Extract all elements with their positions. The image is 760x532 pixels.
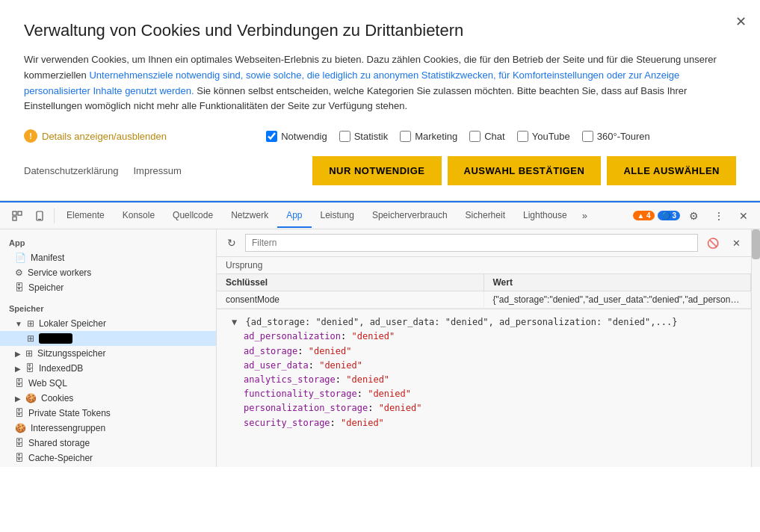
checkbox-marketing-input[interactable]	[400, 131, 411, 142]
sidebar-item-sitzungsspeicher[interactable]: ▶ ⊞ Sitzungsspeicher	[0, 346, 216, 361]
sidebar-sitzungsspeicher-label: Sitzungsspeicher	[37, 348, 105, 359]
error-badge: ▲ 4	[633, 211, 654, 220]
scrollbar-right[interactable]	[751, 229, 760, 467]
impressum-link[interactable]: Impressum	[133, 165, 181, 176]
button-group: NUR NOTWENDIGE AUSWAHL BESTÄTIGEN ALLE A…	[312, 156, 736, 185]
devtools-panel: Elemente Konsole Quellcode Netzwerk App …	[0, 201, 760, 467]
filter-bar: ↻ 🚫 ✕	[217, 229, 751, 257]
table-cell-value: {"ad_storage":"denied","ad_user_data":"d…	[484, 291, 752, 308]
close-button[interactable]: ✕	[735, 13, 747, 30]
device-toolbar-icon[interactable]	[28, 206, 51, 226]
sidebar-shared-storage-label: Shared storage	[28, 438, 90, 448]
sidebar-item-interessengruppen[interactable]: 🍪 Interessengruppen	[0, 421, 216, 436]
link-unternehmensziele[interactable]: Unternehmensziele notwendig sind, sowie …	[24, 69, 679, 96]
json-collapsed-text: {ad_storage: "denied", ad_user_data: "de…	[245, 317, 677, 327]
filter-input[interactable]	[245, 234, 698, 252]
table-row[interactable]: consentMode {"ad_storage":"denied","ad_u…	[217, 291, 751, 309]
speicher-section-label: Speicher	[0, 301, 216, 316]
checkbox-marketing-label: Marketing	[415, 131, 457, 142]
sidebar-lokaler-sub-label: hidden	[39, 333, 72, 344]
more-tabs-button[interactable]: »	[576, 205, 593, 226]
checkbox-chat[interactable]: Chat	[469, 131, 504, 142]
checkbox-chat-input[interactable]	[469, 131, 481, 142]
sidebar-item-lokaler-speicher-expand[interactable]: ▼ ⊞ Lokaler Speicher	[0, 316, 216, 331]
inspect-element-icon[interactable]	[6, 206, 28, 226]
sidebar-item-cookies[interactable]: ▶ 🍪 Cookies	[0, 391, 216, 406]
json-entry-analytics-storage: analytics_storage: "denied"	[226, 373, 742, 387]
sidebar-lokaler-speicher-label: Lokaler Speicher	[39, 318, 106, 329]
settings-icon[interactable]: ⚙	[683, 205, 705, 226]
sitzungsspeicher-icon: ⊞	[25, 348, 33, 359]
tab-sicherheit[interactable]: Sicherheit	[457, 204, 514, 228]
json-collapsed-line[interactable]: ▼ {ad_storage: "denied", ad_user_data: "…	[226, 315, 742, 330]
json-entry-functionality-storage: functionality_storage: "denied"	[226, 387, 742, 401]
auswahl-bestatigen-button[interactable]: AUSWAHL BESTÄTIGEN	[448, 156, 602, 185]
cookie-options-row: ! Details anzeigen/ausblenden Notwendig …	[24, 129, 736, 143]
table-header-schluessel: Schlüssel	[217, 274, 484, 291]
json-expand-icon[interactable]: ▼	[232, 317, 237, 327]
sidebar-item-shared-storage[interactable]: 🗄 Shared storage	[0, 436, 216, 451]
checkbox-360touren[interactable]: 360°-Touren	[582, 131, 650, 142]
checkbox-notwendig-input[interactable]	[266, 131, 277, 142]
filter-block-button[interactable]: 🚫	[702, 236, 723, 250]
table-cell-key: consentMode	[217, 291, 484, 308]
json-entry-ad-storage: ad_storage: "denied"	[226, 344, 742, 359]
app-section-label: App	[0, 235, 216, 250]
sidebar-item-websql[interactable]: 🗄 Web SQL	[0, 376, 216, 391]
json-entry-ad-personalization: ad_personalization: "denied"	[226, 330, 742, 344]
checkbox-statistik-input[interactable]	[339, 131, 350, 142]
datenschutz-link[interactable]: Datenschutzerklärung	[24, 165, 118, 176]
close-devtools-icon[interactable]: ✕	[733, 205, 754, 226]
sidebar-item-cache-speicher[interactable]: 🗄 Cache-Speicher	[0, 451, 216, 466]
sidebar-item-speicher[interactable]: 🗄 Speicher	[0, 280, 216, 295]
checkbox-360touren-input[interactable]	[582, 131, 593, 142]
refresh-button[interactable]: ↻	[223, 235, 241, 250]
tab-netzwerk[interactable]: Netzwerk	[222, 204, 277, 228]
sidebar-item-lokaler-sub[interactable]: ⊞ hidden	[0, 331, 216, 346]
expand-lokaler-icon: ▼	[15, 320, 22, 328]
table-header-wert: Wert	[484, 274, 752, 291]
sidebar-item-indexeddb[interactable]: ▶ 🗄 IndexedDB	[0, 361, 216, 376]
tab-app[interactable]: App	[277, 204, 311, 228]
warning-icon: !	[24, 129, 37, 143]
tab-quellcode[interactable]: Quellcode	[164, 204, 222, 228]
more-options-icon[interactable]: ⋮	[708, 205, 730, 226]
nur-notwendige-button[interactable]: NUR NOTWENDIGE	[312, 156, 441, 185]
sidebar-item-serviceworkers[interactable]: ⚙ Service workers	[0, 265, 216, 280]
sidebar-manifest-label: Manifest	[31, 253, 64, 263]
json-entry-personalization-storage: personalization_storage: "denied"	[226, 401, 742, 415]
dialog-title: Verwaltung von Cookies und Verbindungen …	[24, 21, 736, 40]
sidebar-indexeddb-label: IndexedDB	[39, 363, 83, 374]
checkbox-statistik[interactable]: Statistik	[339, 131, 389, 142]
checkbox-360touren-label: 360°-Touren	[597, 131, 650, 142]
sidebar-speicher-label: Speicher	[28, 282, 64, 293]
sidebar-item-private-state[interactable]: 🗄 Private State Tokens	[0, 406, 216, 421]
tab-lighthouse[interactable]: Lighthouse	[514, 204, 576, 228]
storage-table-area: Schlüssel Wert consentMode {"ad_storage"…	[217, 274, 751, 309]
interessengruppen-icon: 🍪	[15, 423, 26, 433]
tab-speicherverbrauch[interactable]: Speicherverbrauch	[363, 204, 457, 228]
devtools-toolbar: Elemente Konsole Quellcode Netzwerk App …	[0, 202, 760, 229]
tab-elemente[interactable]: Elemente	[58, 204, 114, 228]
scrollbar-thumb[interactable]	[752, 229, 760, 259]
checkbox-statistik-label: Statistik	[354, 131, 389, 142]
table-header-row: Schlüssel Wert	[217, 274, 751, 291]
tab-leistung[interactable]: Leistung	[312, 204, 363, 228]
info-badge: 🔵 3	[658, 211, 680, 220]
serviceworker-icon: ⚙	[15, 267, 23, 278]
devtools-sidebar: App 📄 Manifest ⚙ Service workers 🗄 Speic…	[0, 229, 217, 467]
checkbox-notwendig-label: Notwendig	[281, 131, 327, 142]
filter-clear-button[interactable]: ✕	[728, 236, 745, 250]
checkbox-notwendig[interactable]: Notwendig	[266, 131, 327, 142]
sidebar-item-manifest[interactable]: 📄 Manifest	[0, 250, 216, 265]
json-entry-security-storage: security_storage: "denied"	[226, 416, 742, 430]
checkbox-youtube-input[interactable]	[517, 131, 528, 142]
tab-konsole[interactable]: Konsole	[114, 204, 164, 228]
sidebar-cookies-label: Cookies	[41, 393, 73, 403]
details-toggle[interactable]: ! Details anzeigen/ausblenden	[24, 129, 167, 143]
checkbox-group: Notwendig Statistik Marketing Chat YouTu…	[180, 131, 736, 142]
checkbox-youtube[interactable]: YouTube	[517, 131, 570, 142]
expand-sitzung-icon: ▶	[15, 350, 21, 358]
checkbox-marketing[interactable]: Marketing	[400, 131, 457, 142]
alle-auswahlen-button[interactable]: ALLE AUSWÄHLEN	[607, 156, 736, 185]
